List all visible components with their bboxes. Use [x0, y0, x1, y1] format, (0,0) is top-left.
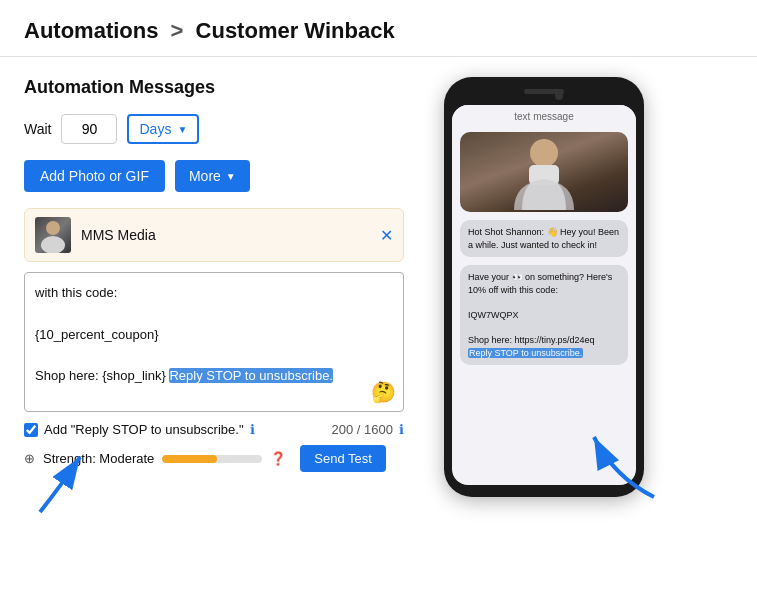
phone-message-bubble-2: Have your 👀 on something? Here's 10% off…	[460, 265, 628, 365]
char-count: 200 / 1600	[332, 422, 393, 437]
unsubscribe-checkbox[interactable]	[24, 423, 38, 437]
send-test-button[interactable]: Send Test	[300, 445, 386, 472]
strength-row: ⊕ Strength: Moderate ❓ Send Test	[24, 445, 404, 472]
strength-help-icon[interactable]: ❓	[270, 451, 286, 466]
wait-row: Wait Days ▼	[24, 114, 404, 144]
wait-label: Wait	[24, 121, 51, 137]
breadcrumb-separator: >	[171, 18, 184, 43]
section-title: Automation Messages	[24, 77, 404, 98]
emoji-button[interactable]: 🤔	[371, 380, 396, 404]
phone-highlighted-text: Reply STOP to unsubscribe.	[468, 348, 583, 358]
breadcrumb-part2: Customer Winback	[196, 18, 395, 43]
svg-point-2	[530, 139, 558, 167]
breadcrumb-part1: Automations	[24, 18, 158, 43]
strength-bar-fill	[162, 455, 217, 463]
message-textarea-wrapper: with this code:{10_percent_coupon}Shop h…	[24, 272, 404, 412]
days-dropdown[interactable]: Days ▼	[127, 114, 199, 144]
more-label: More	[189, 168, 221, 184]
strength-bar	[162, 455, 262, 463]
phone-image-inner	[460, 132, 628, 212]
phone-msg-text1: Hot Shot Shannon: 👋 Hey you! Been a whil…	[468, 227, 619, 250]
right-panel: text message	[424, 77, 664, 497]
media-thumbnail	[35, 217, 71, 253]
more-button[interactable]: More ▼	[175, 160, 250, 192]
strength-label: Strength: Moderate	[43, 451, 154, 466]
media-image	[35, 217, 71, 253]
breadcrumb: Automations > Customer Winback	[0, 0, 757, 57]
add-photo-button[interactable]: Add Photo or GIF	[24, 160, 165, 192]
phone-camera-icon	[555, 92, 563, 100]
checkbox-text: Add "Reply STOP to unsubscribe."	[44, 422, 244, 437]
app-container: Automations > Customer Winback Automatio…	[0, 0, 757, 517]
unsubscribe-checkbox-label[interactable]: Add "Reply STOP to unsubscribe."	[24, 422, 244, 437]
phone-header: text message	[452, 105, 636, 126]
phone-annotation-arrow	[584, 427, 664, 507]
expand-icon[interactable]: ⊕	[24, 451, 35, 466]
more-caret-icon: ▼	[226, 171, 236, 182]
checkbox-info-icon[interactable]: ℹ	[250, 422, 255, 437]
phone-body: Hot Shot Shannon: 👋 Hey you! Been a whil…	[452, 126, 636, 371]
phone-message-bubble-1: Hot Shot Shannon: 👋 Hey you! Been a whil…	[460, 220, 628, 257]
message-highlighted-text: Reply STOP to unsubscribe.	[169, 368, 333, 383]
char-count-row: Add "Reply STOP to unsubscribe." ℹ 200 /…	[24, 422, 404, 437]
media-remove-button[interactable]: ✕	[380, 226, 393, 245]
main-content: Automation Messages Wait Days ▼ Add Phot…	[0, 57, 757, 517]
wait-input[interactable]	[61, 114, 117, 144]
message-textarea[interactable]: with this code:{10_percent_coupon}Shop h…	[24, 272, 404, 412]
phone-image-bubble	[460, 132, 628, 212]
phone-msg-text2: Have your 👀 on something? Here's 10% off…	[468, 272, 612, 345]
media-row: MMS Media ✕	[24, 208, 404, 262]
media-label: MMS Media	[81, 227, 370, 243]
message-text-before: with this code:{10_percent_coupon}Shop h…	[35, 285, 169, 383]
dropdown-caret-icon: ▼	[177, 124, 187, 135]
char-count-info-icon[interactable]: ℹ	[399, 422, 404, 437]
days-label: Days	[139, 121, 171, 137]
left-panel: Automation Messages Wait Days ▼ Add Phot…	[24, 77, 404, 497]
svg-point-1	[41, 236, 65, 253]
svg-point-0	[46, 221, 60, 235]
action-buttons: Add Photo or GIF More ▼	[24, 160, 404, 192]
phone-notch	[509, 89, 579, 99]
